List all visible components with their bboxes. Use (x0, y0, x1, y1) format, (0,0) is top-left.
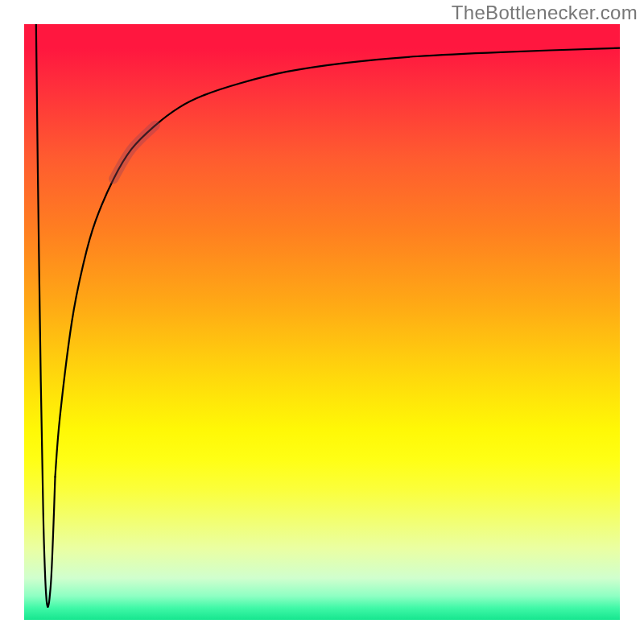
plot-gradient-background (24, 24, 620, 620)
plot-frame (24, 24, 620, 620)
chart-container: TheBottlenecker.com (0, 0, 644, 644)
watermark-text: TheBottlenecker.com (452, 2, 638, 24)
